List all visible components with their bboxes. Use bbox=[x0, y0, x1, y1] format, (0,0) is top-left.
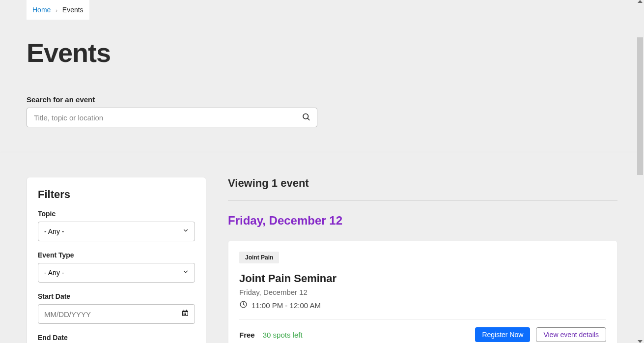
event-time-row: 11:00 PM - 12:00 AM bbox=[239, 300, 606, 319]
day-heading: Friday, December 12 bbox=[228, 214, 617, 228]
filters-heading: Filters bbox=[38, 188, 195, 201]
filter-event-type-select[interactable]: - Any - bbox=[38, 263, 195, 283]
scrollbar[interactable] bbox=[636, 0, 644, 343]
search-input[interactable] bbox=[27, 108, 317, 127]
event-card: Joint Pain Joint Pain Seminar Friday, De… bbox=[228, 240, 617, 343]
filter-event-type: Event Type - Any - bbox=[38, 251, 195, 283]
event-spots: 30 spots left bbox=[263, 331, 303, 339]
clock-icon bbox=[239, 300, 248, 310]
register-button[interactable]: Register Now bbox=[475, 327, 530, 342]
filter-event-type-label: Event Type bbox=[38, 251, 195, 259]
svg-line-1 bbox=[308, 118, 309, 120]
breadcrumb-home-link[interactable]: Home bbox=[32, 6, 51, 14]
breadcrumb: Home › Events bbox=[27, 0, 89, 20]
filter-topic-label: Topic bbox=[38, 210, 195, 218]
price-spots: Free 30 spots left bbox=[239, 331, 303, 339]
view-details-button[interactable]: View event details bbox=[536, 327, 606, 342]
filter-end-date-label: End Date bbox=[38, 334, 195, 342]
event-time: 11:00 PM - 12:00 AM bbox=[252, 301, 321, 310]
event-date: Friday, December 12 bbox=[239, 288, 606, 296]
event-actions: Register Now View event details bbox=[475, 327, 606, 342]
filter-start-date-input[interactable] bbox=[38, 304, 195, 324]
filter-end-date: End Date bbox=[38, 334, 195, 342]
filter-start-date-label: Start Date bbox=[38, 292, 195, 300]
event-footer: Free 30 spots left Register Now View eve… bbox=[239, 327, 606, 342]
chevron-right-icon: › bbox=[56, 7, 57, 13]
search-wrapper bbox=[27, 108, 317, 127]
event-price: Free bbox=[239, 331, 255, 339]
scroll-down-icon[interactable] bbox=[638, 340, 643, 343]
breadcrumb-current: Events bbox=[62, 6, 84, 14]
results-area: Viewing 1 event Friday, December 12 Join… bbox=[228, 177, 617, 343]
main-area: Filters Topic - Any - Event Type - Any - bbox=[0, 152, 644, 343]
event-tag[interactable]: Joint Pain bbox=[239, 252, 279, 263]
search-label: Search for an event bbox=[27, 95, 617, 104]
event-title: Joint Pain Seminar bbox=[239, 272, 606, 285]
scroll-up-icon[interactable] bbox=[638, 0, 643, 3]
scroll-thumb[interactable] bbox=[637, 37, 643, 175]
results-heading: Viewing 1 event bbox=[228, 177, 617, 201]
page-title: Events bbox=[27, 37, 617, 68]
header-area: Home › Events Events Search for an event bbox=[0, 0, 644, 152]
search-button[interactable] bbox=[300, 111, 312, 125]
search-icon bbox=[302, 113, 310, 121]
filter-start-date: Start Date bbox=[38, 292, 195, 324]
filter-topic: Topic - Any - bbox=[38, 210, 195, 241]
filters-panel: Filters Topic - Any - Event Type - Any - bbox=[27, 177, 206, 343]
filter-topic-select[interactable]: - Any - bbox=[38, 222, 195, 241]
